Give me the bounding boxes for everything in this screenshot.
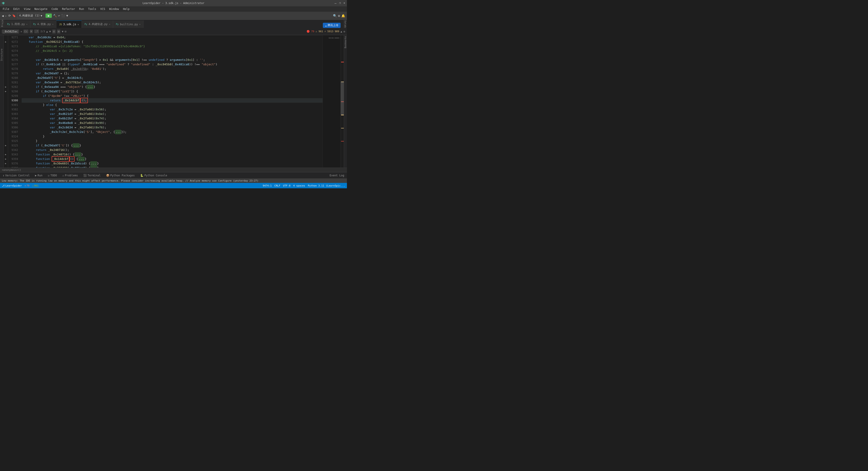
cloud-upload-button[interactable]: ☁ 腾讯上传 — [323, 23, 341, 28]
cursor-position[interactable]: 9474:1 — [263, 184, 272, 187]
case-sensitive-button[interactable]: Cc — [24, 30, 28, 33]
info-count2[interactable]: 909 — [335, 30, 339, 33]
notification-icon[interactable]: 🔔 — [341, 14, 345, 18]
menu-navigate[interactable]: Navigate — [33, 7, 49, 11]
bottom-tab-todo[interactable]: ☑ TODO — [45, 172, 60, 179]
menu-help[interactable]: Help — [121, 7, 131, 11]
code-line-9399: function _0x318499(_0x481ca8) {...} — [22, 166, 322, 167]
code-gutter: ▶ ▶ ▶ — [4, 35, 8, 167]
tab2-label: 4.替换.py — [37, 22, 51, 26]
python-packages-icon: 📦 — [106, 174, 110, 177]
tab1-label: 1.用用.py — [11, 22, 25, 26]
menu-view[interactable]: View — [22, 7, 32, 11]
tab-1-用用py[interactable]: Py 1.用用.py ✕ — [4, 21, 30, 28]
filter-icon2[interactable]: ⊟ — [65, 30, 66, 33]
terminal-icon: ⬛ — [83, 174, 87, 177]
toolbar: ◀ ▶ ⟳ 🔖 4.构建轨迹 (1) ▼ ▶ 🔨 ↩ ⬛ ▼ 🔍 ⚙ 🔔 — [0, 12, 347, 20]
bottom-tab-version-control[interactable]: ↕ Version Control — [0, 172, 32, 179]
code-line-9324: } — [22, 134, 322, 139]
code-line-9343: function _0x240716() {...} — [22, 152, 322, 157]
match-counter: 2/3 — [40, 30, 45, 33]
charset[interactable]: UTF-8 — [283, 184, 290, 187]
window-title: LearnSpider - 3.sdk.js - Administrator — [143, 2, 205, 5]
menu-edit[interactable]: Edit — [11, 7, 22, 11]
search-icon[interactable]: 🔍 — [333, 14, 337, 18]
close-search-icon[interactable]: ✕ — [21, 30, 22, 33]
language-version[interactable]: Python 3.11 (LearnSpic... — [308, 184, 345, 187]
bottom-tab-terminal[interactable]: ⬛ Terminal — [81, 172, 103, 179]
menu-window[interactable]: Window — [107, 7, 121, 11]
bottom-tab-python-console[interactable]: 🐍 Python Console — [137, 172, 170, 179]
run-button[interactable]: ▶ — [45, 13, 52, 18]
project-panel-toggle[interactable]: Project — [0, 20, 4, 28]
scrollbar-indicators[interactable] — [341, 35, 344, 167]
title-bar: 🕷 LearnSpider - 3.sdk.js - Administrator… — [0, 0, 347, 6]
python-console-icon: 🐍 — [140, 174, 144, 177]
code-line-9376: function _0x30e603(_0x1b5ccd) {...} — [22, 161, 322, 166]
status-errors[interactable]: ✕ 79 — [25, 184, 30, 187]
tab-3sdkjs[interactable]: JS 3.sdk.js ✕ — [56, 21, 82, 28]
code-line-9301: } else { — [22, 103, 322, 107]
code-content[interactable]: var _0x1ddc6c = 0x64; function _0x398212… — [20, 35, 322, 167]
nav-back-button[interactable]: ◀ — [2, 14, 4, 18]
version-control-label: Version Control — [5, 174, 30, 177]
whole-word-button[interactable]: W — [30, 30, 33, 33]
prev-match-button[interactable]: ▲ — [46, 30, 48, 33]
line-ending[interactable]: CRLF — [274, 184, 280, 187]
filter-results-button[interactable]: ⊞ — [57, 30, 60, 34]
tab-builtinspy[interactable]: Py builtins.py ✕ — [113, 21, 144, 28]
nav-forward-button[interactable]: ▶ — [5, 14, 7, 18]
more-button[interactable]: ▼ — [66, 14, 68, 17]
close-button[interactable]: ✕ — [344, 1, 345, 5]
indicator-expand-button[interactable]: ▲ — [341, 30, 342, 33]
show-filter-icon[interactable]: ▼ — [62, 30, 63, 33]
refresh-button[interactable]: ⟳ — [8, 14, 11, 17]
bookmark-button[interactable]: 🔖 — [12, 14, 16, 17]
menu-vcs[interactable]: VCS — [98, 7, 107, 11]
minimize-button[interactable]: — — [335, 1, 336, 5]
config-label: 4.构建轨迹 (1) — [19, 14, 40, 18]
event-log-button[interactable]: Event Log — [327, 173, 347, 178]
database-panel-tab[interactable]: Database — [344, 20, 347, 28]
restore-button[interactable]: ❐ — [339, 1, 341, 5]
next-match-button[interactable]: ▼ — [49, 30, 51, 33]
structure-panel-tab[interactable]: Structure — [0, 49, 3, 61]
error-icon: ✕ — [25, 184, 26, 187]
menu-file[interactable]: File — [1, 7, 11, 11]
filter-button[interactable]: ⊡ — [52, 30, 56, 34]
build-button[interactable]: 🔨 — [53, 14, 57, 17]
terminal-label: Terminal — [88, 174, 101, 177]
status-warnings[interactable]: ⚠ 961 — [32, 184, 39, 187]
bookmarks-panel-tab[interactable]: Bookmarks — [344, 36, 347, 49]
tab-4替换py[interactable]: Py 4.替换.py ✕ — [30, 21, 56, 28]
tab3-close[interactable]: ✕ — [78, 23, 79, 26]
tab1-icon: Py — [7, 23, 10, 26]
info-count1[interactable]: ⚡ 5913 — [324, 30, 333, 33]
code-line-9325: } — [22, 139, 322, 143]
menu-code[interactable]: Code — [50, 7, 60, 11]
bottom-tab-run[interactable]: ▶ Run — [32, 172, 45, 179]
error-count[interactable]: 🔴 79 — [307, 30, 314, 33]
code-line-9280: _0x29da97['t'] = _0x1024c5; — [22, 76, 322, 80]
bottom-tab-python-packages[interactable]: 📦 Python Packages — [103, 172, 137, 179]
menu-refactor[interactable]: Refactor — [60, 7, 77, 11]
warning-count[interactable]: ⚠ 961 — [316, 30, 323, 33]
reload-button[interactable]: ↩ — [58, 14, 60, 17]
tab2-icon: Py — [33, 23, 36, 26]
bottom-tab-problems[interactable]: ⚠ Problems — [60, 172, 81, 179]
split-button[interactable]: ⬛ — [61, 14, 65, 17]
regex-button[interactable]: .* — [34, 30, 39, 33]
config-selector[interactable]: 4.构建轨迹 (1) ▼ — [17, 13, 44, 18]
indicator-settings-button[interactable]: ⚙ — [344, 30, 345, 33]
status-bar: ⎇ LearnSpider ✕ 79 ⚠ 961 9474:1 CRLF UTF… — [0, 183, 347, 188]
menu-run[interactable]: Run — [77, 7, 86, 11]
menu-tools[interactable]: Tools — [86, 7, 98, 11]
tab5-close[interactable]: ✕ — [139, 23, 141, 26]
tab1-close[interactable]: ✕ — [26, 23, 28, 26]
tab-4构建轨迹py[interactable]: Py 4.构建轨迹.py ✕ — [82, 21, 113, 28]
tab4-close[interactable]: ✕ — [109, 23, 110, 26]
tab2-close[interactable]: ✕ — [52, 23, 53, 26]
indent-setting[interactable]: 4 spaces — [293, 184, 305, 187]
settings-icon[interactable]: ⚙ — [338, 14, 340, 18]
git-branch-button[interactable]: ⎇ LearnSpider — [2, 184, 22, 187]
